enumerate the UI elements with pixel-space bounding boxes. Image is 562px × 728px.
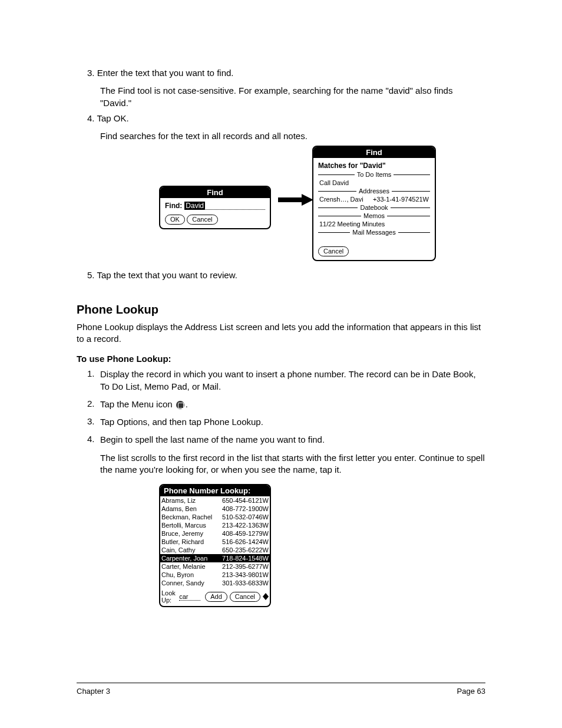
matches-heading: Matches for "David" [318, 162, 386, 170]
list-item[interactable]: Carter, Melanie212-395-6277W [160, 562, 270, 571]
lookup-label: Look Up: [161, 589, 177, 604]
step-3-note: The Find tool is not case-sensitive. For… [100, 85, 485, 109]
svg-rect-0 [278, 197, 302, 202]
ok-button[interactable]: OK [165, 215, 185, 225]
section-memos: Memos [361, 212, 387, 219]
find-results-dialog: Find Matches for "David" To Do Items Cal… [312, 146, 436, 261]
footer-left: Chapter 3 [77, 687, 110, 696]
find-input-value: David [184, 202, 205, 210]
section-addresses: Addresses [356, 187, 392, 195]
list-item[interactable]: Bertolli, Marcus213-422-1363W [160, 521, 270, 529]
step-4-note: Find searches for the text in all record… [100, 130, 485, 142]
svg-marker-3 [263, 597, 269, 600]
lookup-step-4: Begin to spell the last name of the name… [100, 434, 485, 446]
svg-marker-1 [302, 194, 313, 206]
section-heading: Phone Lookup [77, 303, 485, 317]
menu-icon [176, 401, 184, 409]
scroll-arrows-icon[interactable] [263, 592, 269, 601]
page-footer: Chapter 3 Page 63 [77, 683, 485, 696]
result-todo[interactable]: Call David [318, 179, 430, 186]
section-todo: To Do Items [355, 171, 394, 178]
footer-right: Page 63 [457, 687, 485, 696]
figure-find: Find Find: David OK Cancel Find [77, 146, 485, 258]
section-mail: Mail Messages [350, 229, 398, 236]
howto-heading: To use Phone Lookup: [77, 353, 485, 365]
arrow-right-icon [278, 194, 313, 206]
result-address[interactable]: Crensh…, Davi +33-1-41-974521W [318, 196, 430, 203]
list-item[interactable]: Butler, Richard516-626-1424W [160, 538, 270, 546]
step-5: 5. Tap the text that you want to review. [87, 269, 485, 285]
lookup-step-4-note: The list scrolls to the first record in … [100, 452, 485, 476]
find-results-title: Find [313, 147, 435, 158]
section-datebook: Datebook [358, 204, 390, 211]
result-memo[interactable]: 11/22 Meeting Minutes [318, 220, 430, 228]
list-item[interactable]: Chu, Byron213-343-9801W [160, 571, 270, 579]
phone-lookup-dialog: Phone Number Lookup: Abrams, Liz650-454-… [159, 484, 271, 607]
find-label: Find: [165, 202, 182, 210]
list-item[interactable]: Cain, Cathy650-235-6222W [160, 546, 270, 554]
cancel-button[interactable]: Cancel [187, 215, 217, 225]
list-item[interactable]: Conner, Sandy301-933-6833W [160, 579, 270, 587]
add-button[interactable]: Add [205, 592, 227, 602]
section-body: Phone Lookup displays the Address List s… [77, 321, 485, 345]
lookup-step-1: Display the record in which you want to … [100, 368, 485, 393]
list-item[interactable]: Abrams, Liz650-454-6121W [160, 496, 270, 505]
find-input[interactable]: David [184, 202, 265, 210]
lookup-step-3: Tap Options, and then tap Phone Lookup. [100, 416, 485, 428]
step-4: 4. Tap OK. [87, 113, 485, 128]
lookup-input[interactable]: car [179, 593, 200, 601]
list-item[interactable]: Carpenter, Joan718-824-1548W [160, 554, 270, 562]
step-3: 3. Enter the text that you want to find. [87, 67, 485, 83]
list-item[interactable]: Adams, Ben408-772-1900W [160, 505, 270, 513]
find-dialog-title: Find [160, 187, 270, 198]
list-item[interactable]: Beckman, Rachel510-532-0746W [160, 513, 270, 521]
find-dialog: Find Find: David OK Cancel [159, 186, 271, 229]
lookup-cancel-button[interactable]: Cancel [230, 592, 260, 602]
results-cancel-button[interactable]: Cancel [318, 246, 349, 256]
phone-lookup-title: Phone Number Lookup: [160, 485, 270, 496]
lookup-step-2: Tap the Menu icon . [100, 398, 485, 410]
phone-lookup-list: Abrams, Liz650-454-6121WAdams, Ben408-77… [160, 496, 270, 587]
list-item[interactable]: Bruce, Jeremy408-459-1279W [160, 529, 270, 538]
